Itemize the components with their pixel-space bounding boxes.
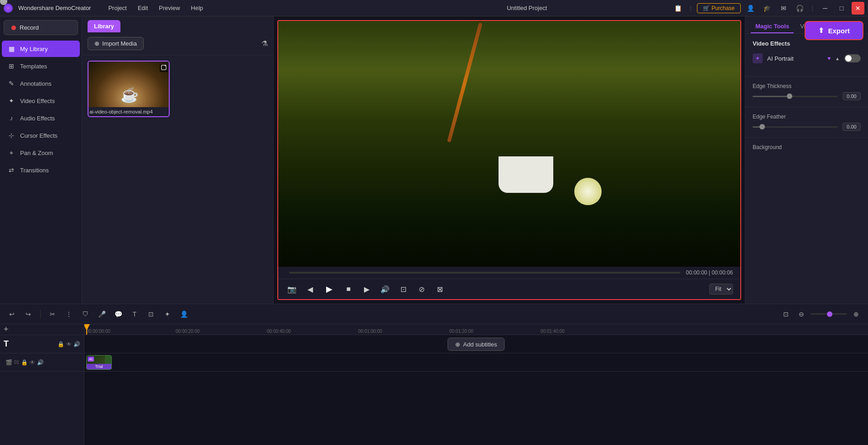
notes-icon[interactable]: 📋 <box>672 2 685 15</box>
play-button[interactable]: ▶ <box>322 282 337 296</box>
track-eye-icon[interactable]: 👁 <box>66 341 72 347</box>
toolbar-separator-1 <box>40 310 41 319</box>
sidebar-label-audio-effects: Audio Effects <box>20 115 55 122</box>
import-media-button[interactable]: ⊕ Import Media <box>88 37 144 50</box>
subtitle-track-row: ⊕ Add subtitles <box>84 335 868 353</box>
stop-button[interactable]: ■ <box>342 283 355 295</box>
prev-frame-button[interactable]: ◀ <box>304 283 317 295</box>
section-title-video-effects: Video Effects <box>753 40 861 47</box>
slider-thumb[interactable] <box>787 93 792 99</box>
filter-icon[interactable]: ⚗ <box>261 39 268 48</box>
tab-magic-tools[interactable]: Magic Tools <box>751 20 794 33</box>
track-volume-icon[interactable]: 🔊 <box>37 359 44 366</box>
sidebar-label-transitions: Transitions <box>20 167 49 174</box>
purchase-button[interactable]: 🛒 Purchase <box>697 3 741 13</box>
redo-button[interactable]: ↪ <box>22 308 35 321</box>
tl-left-side-icons: 🎬 01 🔒 👁 🔊 <box>4 359 44 366</box>
edge-feather-thumb[interactable] <box>759 124 765 129</box>
zoom-fit-button[interactable]: ⊡ <box>780 308 792 321</box>
track-audio-icon[interactable]: 🔊 <box>73 341 80 347</box>
project-title: Untitled Project <box>388 5 666 11</box>
account-icon[interactable]: 👤 <box>744 2 757 15</box>
time-current: 00:00:00 <box>686 269 707 276</box>
maximize-button[interactable]: □ <box>835 2 848 15</box>
track-lock-icon[interactable]: 🔒 <box>57 341 64 347</box>
text-tool[interactable]: T <box>128 308 141 321</box>
text-track-icon: T <box>4 339 9 349</box>
app-logo <box>4 4 13 13</box>
add-subtitles-label: Add subtitles <box>463 341 497 347</box>
zoom-out-button[interactable]: ⊖ <box>795 308 808 321</box>
toggle-knob <box>845 55 852 62</box>
time-track[interactable] <box>289 272 681 274</box>
caption-tool[interactable]: 💬 <box>112 308 125 321</box>
menu-help[interactable]: Help <box>187 3 208 13</box>
add-subtitles-button[interactable]: ⊕ Add subtitles <box>447 337 504 351</box>
sidebar-item-pan-zoom[interactable]: ⌖ Pan & Zoom <box>2 145 80 161</box>
sidebar-item-video-effects[interactable]: ✦ Video Effects <box>2 93 80 109</box>
split-tool[interactable]: ⋮ <box>62 308 75 321</box>
sidebar-item-annotations[interactable]: ✎ Annotations <box>2 75 80 92</box>
edge-feather-value[interactable]: 0.00 <box>842 123 861 131</box>
mask-icon[interactable]: ⊘ <box>415 283 428 295</box>
track-lock-icon-2[interactable]: 🔒 <box>21 359 28 366</box>
sidebar-label-cursor-effects: Cursor Effects <box>20 132 57 139</box>
library-tabs: Library <box>82 16 273 32</box>
crop-icon[interactable]: ⊡ <box>397 283 410 295</box>
sidebar-item-audio-effects[interactable]: ♪ Audio Effects <box>2 110 80 126</box>
learn-icon[interactable]: 🎓 <box>761 2 774 15</box>
ruler-tick-0: 00:00:00:00 <box>86 329 110 335</box>
fullscreen-icon[interactable]: ⊠ <box>433 283 446 295</box>
record-button[interactable]: Record <box>4 20 78 35</box>
edge-feather-track[interactable] <box>753 126 838 128</box>
avatar-tool[interactable]: 👤 <box>177 308 190 321</box>
my-library-icon: ▦ <box>7 45 16 53</box>
sidebar-item-cursor-effects[interactable]: ⊹ Cursor Effects <box>2 127 80 144</box>
zoom-in-button[interactable]: ⊕ <box>850 308 863 321</box>
media-thumbnail[interactable]: ai-video-object-removal.mp4 <box>88 61 170 117</box>
edge-thickness-track[interactable] <box>753 96 838 97</box>
tl-track-text-label: T 🔒 👁 🔊 <box>0 335 84 353</box>
sidebar-item-my-library[interactable]: ▦ My Library <box>2 41 80 57</box>
mic-tool[interactable]: 🎤 <box>95 308 108 321</box>
media-thumb-inner <box>88 62 170 107</box>
record-dot <box>11 26 16 30</box>
menu-edit[interactable]: Edit <box>133 3 152 13</box>
effects-tool[interactable]: ✦ <box>161 308 174 321</box>
close-button[interactable]: ✕ <box>852 2 864 15</box>
edge-feather-slider-container: 0.00 <box>753 123 861 131</box>
menu-project[interactable]: Project <box>104 3 131 13</box>
zoom-thumb[interactable] <box>827 311 832 317</box>
timeline-labels: + T 🔒 👁 🔊 🎬 01 🔒 👁 🔊 <box>0 324 84 445</box>
track-eye-icon-2[interactable]: 👁 <box>30 359 35 366</box>
ruler-tick-2: 00:00:40:00 <box>267 329 291 335</box>
ai-portrait-toggle[interactable] <box>844 54 861 62</box>
export-button[interactable]: ⬆ Export <box>805 21 863 40</box>
shield-tool[interactable]: ⛉ <box>79 308 92 321</box>
video-effects-icon: ✦ <box>7 97 16 105</box>
menu-preview[interactable]: Preview <box>154 3 184 13</box>
playhead[interactable] <box>86 324 87 335</box>
background-section: Background <box>745 138 868 157</box>
edge-thickness-value[interactable]: 0.00 <box>842 92 861 100</box>
sidebar-item-transitions[interactable]: ⇄ Transitions <box>2 162 80 178</box>
main-layout: Record ▦ My Library ⊞ Templates ✎ Annota… <box>0 16 868 304</box>
video-clip[interactable]: AI Trial <box>86 355 112 370</box>
mail-icon[interactable]: ✉ <box>777 2 790 15</box>
undo-button[interactable]: ↩ <box>5 308 18 321</box>
minimize-button[interactable]: ─ <box>819 2 832 15</box>
fit-select[interactable]: Fit <box>709 284 733 295</box>
volume-icon[interactable]: 🔊 <box>379 283 391 295</box>
trim-tool[interactable]: ✂ <box>46 308 59 321</box>
next-frame-button[interactable]: ▶ <box>360 283 373 295</box>
mosaic-tool[interactable]: ⊡ <box>145 308 157 321</box>
screenshot-button[interactable]: 📷 <box>286 283 298 295</box>
headset-icon[interactable]: 🎧 <box>794 2 806 15</box>
purchase-label: Purchase <box>712 5 735 11</box>
zoom-slider[interactable] <box>811 313 847 315</box>
add-track-button[interactable]: + <box>4 325 9 334</box>
sidebar-item-templates[interactable]: ⊞ Templates <box>2 58 80 74</box>
tab-library[interactable]: Library <box>88 20 120 32</box>
cursor-effects-icon: ⊹ <box>7 131 16 140</box>
edge-feather-label: Edge Feather <box>753 114 861 120</box>
